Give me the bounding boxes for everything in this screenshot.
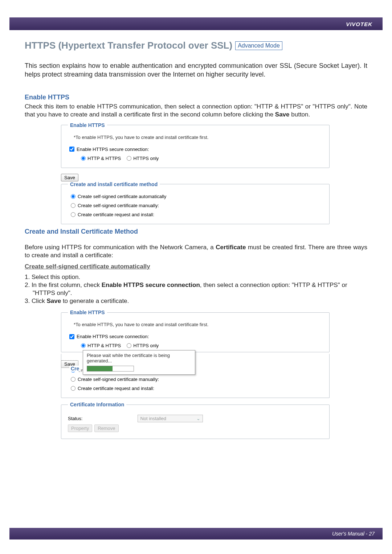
brand-label: VIVOTEK bbox=[346, 21, 372, 27]
create-install-intro: Before using HTTPS for communication wit… bbox=[25, 243, 367, 259]
auto-cert-subheading: Create self-signed certificate automatic… bbox=[25, 263, 367, 270]
connection-options: HTTP & HTTPS HTTPS only bbox=[81, 156, 323, 161]
enable-https-fieldset: Enable HTTPS *To enable HTTPS, you have … bbox=[61, 122, 330, 168]
radio-https-only-2[interactable]: HTTPS only bbox=[127, 343, 159, 348]
radio-http-https[interactable]: HTTP & HTTPS bbox=[81, 156, 121, 161]
opt-request-input-2[interactable] bbox=[71, 386, 75, 391]
opt-manual[interactable]: Create self-signed certificate manually: bbox=[71, 203, 323, 208]
enable-https-checkbox-row: Enable HTTPS secure connection: bbox=[69, 147, 323, 152]
intro-paragraph: This section explains how to enable auth… bbox=[25, 61, 367, 79]
progress-fill bbox=[87, 366, 113, 371]
opt-manual-input-2[interactable] bbox=[71, 377, 75, 382]
enable-https-fieldset-2: Enable HTTPS *To enable HTTPS, you have … bbox=[61, 309, 330, 352]
enable-https-heading: Enable HTTPS bbox=[25, 94, 367, 101]
opt-request[interactable]: Create certificate request and install: bbox=[71, 212, 323, 217]
cert-method-options: Create self-signed certificate automatic… bbox=[71, 194, 323, 217]
enable-https-checkbox-label-2: Enable HTTPS secure connection: bbox=[77, 334, 149, 339]
cert-status-label: Status: bbox=[68, 416, 82, 421]
page-title-row: HTTPS (Hypertext Transfer Protocol over … bbox=[25, 40, 367, 51]
page-title: HTTPS (Hypertext Transfer Protocol over … bbox=[25, 40, 232, 51]
cert-status-value: Not installed bbox=[140, 416, 166, 421]
enable-https-legend: Enable HTTPS bbox=[68, 122, 107, 128]
cert-info-legend: Certificate Information bbox=[68, 402, 126, 407]
cert-status-select[interactable]: Not installed ⌄ bbox=[138, 415, 203, 422]
opt-request-2[interactable]: Create certificate request and install: bbox=[71, 386, 323, 391]
radio-https-only-input[interactable] bbox=[127, 156, 131, 161]
enable-https-warning: *To enable HTTPS, you have to create and… bbox=[74, 135, 323, 140]
enable-https-desc: Check this item to enable HTTPS communic… bbox=[25, 103, 367, 119]
opt-auto-input[interactable] bbox=[71, 194, 75, 199]
cert-status-row: Status: Not installed ⌄ bbox=[68, 415, 323, 422]
footer-text: User's Manual - 27 bbox=[332, 531, 375, 537]
radio-https-only[interactable]: HTTPS only bbox=[127, 156, 159, 161]
enable-https-checkbox-row-2: Enable HTTPS secure connection: bbox=[69, 334, 323, 339]
radio-http-https-2[interactable]: HTTP & HTTPS bbox=[81, 343, 121, 348]
screenshot-generating: Enable HTTPS *To enable HTTPS, you have … bbox=[61, 309, 367, 439]
opt-manual-input[interactable] bbox=[71, 203, 75, 208]
connection-options-2: HTTP & HTTPS HTTPS only bbox=[81, 343, 323, 348]
progress-text: Please wait while the certificate is bei… bbox=[87, 353, 170, 364]
opt-auto[interactable]: Create self-signed certificate automatic… bbox=[71, 194, 323, 199]
progress-bar bbox=[87, 366, 134, 372]
radio-http-https-input[interactable] bbox=[81, 156, 86, 161]
page-content: HTTPS (Hypertext Transfer Protocol over … bbox=[0, 0, 392, 457]
enable-https-legend-2: Enable HTTPS bbox=[68, 309, 107, 315]
step-3: 3. Click Save to generate a certificate. bbox=[25, 297, 367, 305]
save-button[interactable]: Save bbox=[61, 174, 78, 181]
page-footer: User's Manual - 27 bbox=[9, 528, 383, 539]
property-button[interactable]: Property bbox=[68, 424, 92, 432]
chevron-down-icon: ⌄ bbox=[196, 416, 200, 421]
cert-info-fieldset: Certificate Information Status: Not inst… bbox=[61, 402, 330, 439]
radio-https-only-input-2[interactable] bbox=[127, 343, 131, 348]
enable-https-warning-2: *To enable HTTPS, you have to create and… bbox=[74, 322, 323, 327]
create-install-heading: Create and Install Certificate Method bbox=[25, 228, 367, 235]
cert-info-buttons: Property Remove bbox=[68, 424, 323, 432]
step-1: 1. Select this option. bbox=[25, 273, 367, 281]
remove-button[interactable]: Remove bbox=[94, 424, 118, 432]
opt-manual-2[interactable]: Create self-signed certificate manually: bbox=[71, 377, 323, 382]
enable-https-checkbox-2[interactable] bbox=[69, 334, 74, 339]
steps-list: 1. Select this option. 2. In the first c… bbox=[25, 273, 367, 305]
enable-https-checkbox[interactable] bbox=[69, 147, 74, 152]
screenshot-enable-https: Enable HTTPS *To enable HTTPS, you have … bbox=[61, 122, 367, 168]
mode-badge: Advanced Mode bbox=[235, 41, 282, 50]
opt-request-input[interactable] bbox=[71, 212, 75, 217]
enable-https-checkbox-label: Enable HTTPS secure connection: bbox=[77, 147, 149, 152]
progress-dialog: Please wait while the certificate is bei… bbox=[83, 350, 195, 375]
screenshot-cert-method: Create and install certificate method Cr… bbox=[61, 181, 367, 224]
cert-method-fieldset: Create and install certificate method Cr… bbox=[61, 181, 330, 224]
step-2: 2. In the first column, check Enable HTT… bbox=[25, 281, 367, 297]
page-header: VIVOTEK bbox=[9, 17, 383, 30]
partial-legend: Cre bbox=[69, 366, 81, 372]
radio-http-https-input-2[interactable] bbox=[81, 343, 86, 348]
cert-method-legend: Create and install certificate method bbox=[68, 181, 160, 187]
